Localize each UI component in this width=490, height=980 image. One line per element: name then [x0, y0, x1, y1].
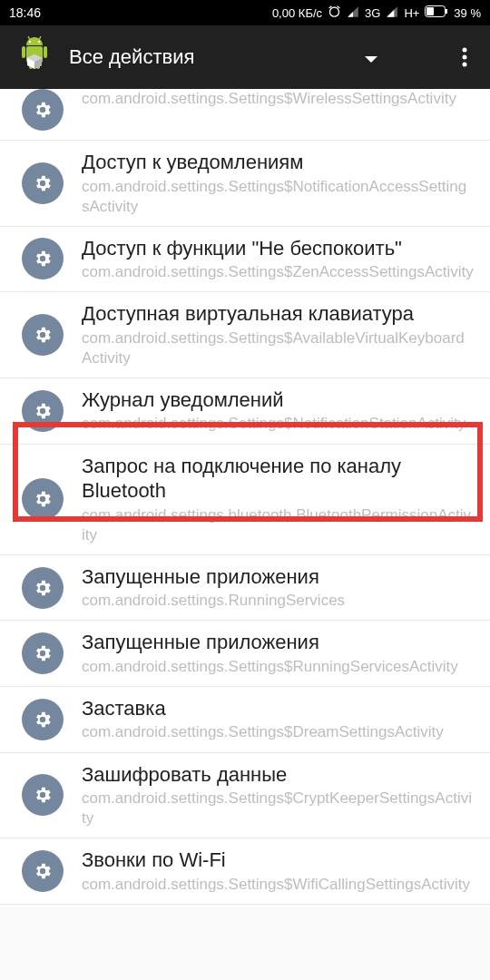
item-subtitle: com.android.settings.Settings$Notificati…: [82, 414, 474, 434]
svg-point-13: [463, 55, 467, 60]
gear-icon: [22, 390, 64, 432]
status-bar: 18:46 0,00 КБ/с 3G H+ 39 %: [0, 0, 490, 25]
item-subtitle: com.android.settings.Settings$ZenAccessS…: [82, 262, 474, 282]
list-item[interactable]: Зашифровать данные com.android.settings.…: [0, 753, 490, 839]
list-item[interactable]: Доступ к уведомлениям com.android.settin…: [0, 141, 490, 227]
status-net1: 3G: [365, 6, 380, 20]
svg-point-3: [29, 41, 31, 43]
svg-point-12: [463, 48, 467, 53]
actions-dropdown[interactable]: Все действия: [69, 45, 432, 69]
list-item-text: Звонки по Wi-Fi com.android.settings.Set…: [82, 848, 474, 895]
list-item[interactable]: Заставка com.android.settings.Settings$D…: [0, 687, 490, 753]
svg-point-4: [38, 41, 40, 43]
gear-icon: [22, 314, 64, 356]
svg-rect-9: [44, 46, 47, 58]
svg-point-14: [463, 63, 467, 67]
item-title: Доступная виртуальная клавиатура: [82, 301, 474, 327]
item-subtitle: com.android.settings.bluetooth.Bluetooth…: [82, 505, 474, 545]
battery-icon: [425, 5, 448, 20]
item-title: Запущенные приложения: [82, 564, 474, 590]
list-item-text: Заставка com.android.settings.Settings$D…: [82, 696, 474, 743]
list-item-text: Запущенные приложения com.android.settin…: [82, 630, 474, 677]
gear-icon: [22, 850, 64, 892]
item-subtitle: com.android.settings.Settings$Notificati…: [82, 177, 474, 217]
item-title: Доступ к уведомлениям: [82, 150, 474, 175]
list-item-text: com.android.settings.Settings$WirelessSe…: [82, 89, 474, 109]
gear-icon: [22, 632, 64, 674]
svg-rect-8: [22, 46, 25, 58]
list-item[interactable]: Доступ к функции "Не беспокоить" com.and…: [0, 227, 490, 293]
item-title: Журнал уведомлений: [82, 387, 474, 413]
list-item-text: Зашифровать данные com.android.settings.…: [82, 762, 474, 829]
item-subtitle: com.android.settings.Settings$AvailableV…: [82, 328, 474, 368]
list-item-highlighted[interactable]: Журнал уведомлений com.android.settings.…: [0, 378, 490, 445]
alarm-icon: [328, 5, 341, 21]
status-right: 0,00 КБ/с 3G H+ 39 %: [272, 5, 481, 21]
android-robot-icon: [15, 37, 54, 77]
item-title: Запрос на подключение по каналу Bluetoot…: [82, 454, 474, 504]
gear-icon: [22, 567, 64, 609]
svg-rect-2: [426, 7, 434, 15]
gear-icon: [22, 774, 64, 816]
gear-icon: [22, 89, 64, 131]
item-subtitle: com.android.settings.Settings$RunningSer…: [82, 657, 474, 677]
item-title: Зашифровать данные: [82, 762, 474, 788]
item-title: Заставка: [82, 696, 474, 721]
item-subtitle: com.android.settings.Settings$WirelessSe…: [82, 89, 474, 109]
list-item-text: Доступ к уведомлениям com.android.settin…: [82, 150, 474, 217]
svg-line-6: [39, 36, 41, 40]
status-time: 18:46: [9, 5, 41, 20]
gear-icon: [22, 162, 64, 204]
item-subtitle: com.android.settings.Settings$DreamSetti…: [82, 722, 474, 742]
item-subtitle: com.android.settings.Settings$WifiCallin…: [82, 875, 474, 895]
gear-icon: [22, 238, 64, 279]
signal-icon-2: [386, 5, 398, 21]
list-item[interactable]: Запущенные приложения com.android.settin…: [0, 621, 490, 687]
item-subtitle: com.android.settings.RunningServices: [82, 591, 474, 611]
item-title: Запущенные приложения: [82, 630, 474, 655]
list-item[interactable]: com.android.settings.Settings$WirelessSe…: [0, 89, 490, 141]
gear-icon: [22, 699, 64, 740]
signal-icon-1: [347, 5, 359, 21]
list-item[interactable]: Звонки по Wi-Fi com.android.settings.Set…: [0, 838, 490, 905]
item-subtitle: com.android.settings.Settings$CryptKeepe…: [82, 789, 474, 828]
gear-icon: [22, 478, 64, 520]
status-net2: H+: [404, 6, 419, 20]
status-data-rate: 0,00 КБ/с: [272, 6, 322, 20]
list-item-text: Доступная виртуальная клавиатура com.and…: [82, 301, 474, 368]
list-item[interactable]: Запущенные приложения com.android.settin…: [0, 555, 490, 622]
list-item-text: Запущенные приложения com.android.settin…: [82, 564, 474, 612]
list-item-text: Доступ к функции "Не беспокоить" com.and…: [82, 236, 474, 283]
list-item[interactable]: Запрос на подключение по каналу Bluetoot…: [0, 445, 490, 555]
app-bar: Все действия: [0, 25, 490, 89]
dropdown-label: Все действия: [69, 45, 194, 69]
svg-rect-1: [446, 9, 447, 14]
activities-list: com.android.settings.Settings$WirelessSe…: [0, 89, 490, 905]
chevron-down-icon: [365, 45, 377, 69]
overflow-menu-button[interactable]: [446, 39, 483, 75]
list-item-text: Запрос на подключение по каналу Bluetoot…: [82, 454, 474, 545]
item-title: Звонки по Wi-Fi: [82, 848, 474, 873]
list-item-text: Журнал уведомлений com.android.settings.…: [82, 387, 474, 435]
status-battery: 39 %: [454, 6, 481, 20]
list-item[interactable]: Доступная виртуальная клавиатура com.and…: [0, 292, 490, 378]
svg-line-5: [28, 36, 30, 40]
item-title: Доступ к функции "Не беспокоить": [82, 236, 474, 261]
